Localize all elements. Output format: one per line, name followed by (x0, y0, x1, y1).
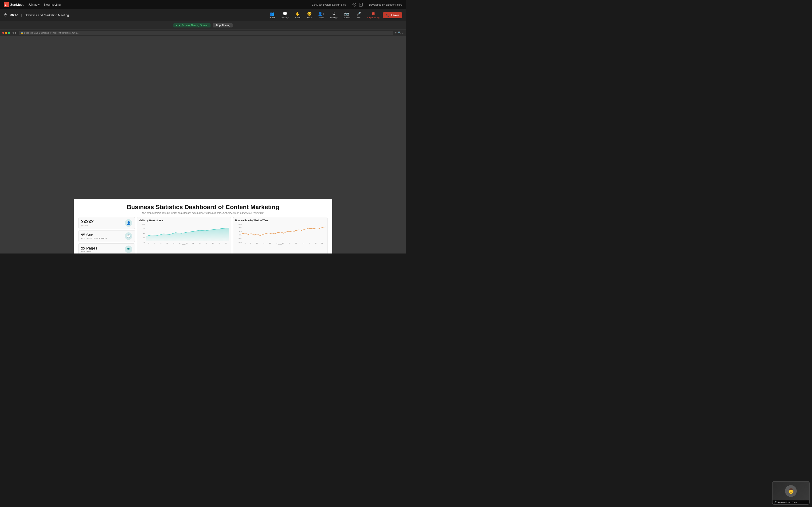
raise-button[interactable]: ✋ Raise (293, 10, 303, 20)
ssl-icon: 🔒 (21, 32, 23, 34)
blog-link[interactable]: ZenMeet System Design Blog (312, 3, 346, 6)
sharing-banner: ● ● You are Sharing Screen Stop Sharing (0, 21, 406, 30)
react-button[interactable]: 😊 React (304, 10, 315, 20)
search-icon[interactable]: ⌕ (402, 32, 404, 34)
svg-point-12 (277, 232, 278, 233)
settings-label: Settings (330, 16, 338, 19)
svg-point-11 (271, 233, 272, 233)
timer-icon: ⏱ (4, 13, 7, 17)
slide-body: XXXXX VISITS 👤 95 Sec AVG. SESSION DURAT… (79, 217, 327, 253)
visits-svg (146, 223, 229, 241)
mic-label: Mic (357, 16, 360, 19)
svg-text:gh: gh (353, 4, 355, 6)
meeting-time: 06:46 (10, 13, 18, 17)
bounce-chart: Bounce Rate by Week of Year 90%80%70%60%… (233, 217, 327, 253)
presentation-slide: Business Statistics Dashboard of Content… (74, 199, 332, 253)
maximize-button[interactable] (8, 32, 10, 34)
stop-sharing-label: Stop Sharing (367, 16, 379, 19)
people-button[interactable]: 👥 People (267, 10, 277, 20)
sharing-text: ● You are Sharing Screen (179, 24, 208, 27)
react-icon: 😊 (307, 11, 312, 16)
minimize-button[interactable] (5, 32, 7, 34)
refresh-icon[interactable]: ↻ (395, 32, 397, 34)
divider: | (21, 13, 22, 17)
stat-icon-pages: 👁 (125, 245, 132, 253)
slide-title: Business Statistics Dashboard of Content… (79, 204, 327, 211)
leave-label: Leave (391, 14, 399, 17)
svg-point-7 (248, 234, 249, 235)
sharing-dot: ● (176, 24, 177, 27)
presentation-wrapper: Business Statistics Dashboard of Content… (0, 36, 406, 253)
svg-point-9 (259, 235, 261, 236)
url-text: Business-Stats-Dashboard-PowerPoint-temp… (24, 32, 79, 34)
stat-pages: xx Pages PER VISIT 👁 (79, 243, 135, 253)
svg-point-8 (254, 234, 255, 235)
leave-button[interactable]: 📞 Leave (383, 12, 402, 18)
svg-point-16 (301, 230, 302, 231)
nav-right: ZenMeet System Design Blog | gh in | Dev… (312, 3, 402, 7)
top-navbar: Z ZenMeet Join now New meeting ZenMeet S… (0, 0, 406, 9)
svg-text:in: in (360, 4, 361, 6)
meeting-bar: ⏱ 06:46 | Statistics and Marketing Meeti… (0, 9, 406, 21)
close-button[interactable] (2, 32, 4, 34)
nav-left: Z ZenMeet Join now New meeting (4, 2, 61, 7)
svg-point-15 (295, 230, 296, 231)
message-label: Message (281, 16, 290, 19)
toolbar: 👥 People 💬 Message ✋ Raise 😊 React 👤+ In… (267, 10, 402, 20)
svg-text:Z: Z (5, 4, 7, 6)
meeting-title: Statistics and Marketing Meeting (25, 13, 69, 17)
visits-chart-title: Visits by Week of Year (139, 219, 229, 222)
stop-sharing-banner-button[interactable]: Stop Sharing (213, 23, 233, 27)
leave-icon: 📞 (386, 14, 390, 17)
charts-area: Visits by Week of Year 100k75k50k25k0k (137, 217, 327, 253)
camera-label: Camera (343, 16, 350, 19)
window-controls (2, 32, 10, 34)
stat-label-pages: PER VISIT (81, 250, 97, 252)
svg-point-14 (289, 231, 290, 232)
people-icon: 👥 (270, 11, 274, 16)
message-icon: 💬 (283, 11, 287, 16)
slide-subtitle: This graph/chart is linked to excel, and… (79, 212, 327, 214)
browser-chrome: ◀ ▶ 🔒 Business-Stats-Dashboard-PowerPoin… (0, 30, 406, 36)
app-name: ZenMeet (10, 3, 24, 7)
meeting-info: ⏱ 06:46 | Statistics and Marketing Meeti… (4, 13, 69, 17)
stat-session: 95 Sec AVG. SESSION DURATION 🕐 (79, 230, 135, 242)
linkedin-icon: in (359, 3, 363, 7)
browser-controls: ↻ 🔍 ⌕ (395, 32, 404, 34)
app-logo[interactable]: Z ZenMeet (4, 2, 24, 7)
zoom-icon[interactable]: 🔍 (398, 32, 401, 34)
camera-button[interactable]: 📷 Camera (341, 10, 352, 20)
forward-icon[interactable]: ▶ (15, 32, 17, 34)
bounce-svg (242, 223, 325, 241)
join-now-link[interactable]: Join now (29, 3, 40, 6)
mic-button[interactable]: 🎤 Mic (354, 10, 364, 20)
stat-label-visits: VISITS (81, 224, 94, 226)
svg-point-18 (313, 228, 314, 229)
mic-icon: 🎤 (356, 11, 361, 16)
invite-button[interactable]: 👤+ Invite (316, 10, 326, 20)
raise-label: Raise (295, 16, 301, 19)
invite-label: Invite (319, 16, 324, 19)
stat-icon-visits: 👤 (125, 219, 132, 227)
stop-sharing-icon: 🖥 (371, 12, 375, 16)
github-icon: gh (352, 3, 356, 7)
stop-sharing-toolbar-button[interactable]: 🖥 Stop Sharing (365, 11, 381, 20)
svg-point-20 (325, 227, 325, 227)
stat-visits: XXXXX VISITS 👤 (79, 217, 135, 229)
bounce-chart-title: Bounce Rate by Week of Year (235, 219, 325, 222)
visits-chart: Visits by Week of Year 100k75k50k25k0k (137, 217, 231, 253)
raise-icon: ✋ (295, 11, 300, 16)
settings-icon: ⚙ (332, 11, 336, 16)
people-label: People (269, 16, 275, 19)
content-area: Business Statistics Dashboard of Content… (0, 36, 406, 253)
svg-point-10 (265, 233, 267, 234)
stat-value-pages: xx Pages (81, 246, 97, 250)
logo-icon: Z (4, 2, 9, 7)
sharing-indicator: ● ● You are Sharing Screen (173, 23, 211, 27)
stat-icon-session: 🕐 (125, 232, 132, 240)
browser-url-bar[interactable]: 🔒 Business-Stats-Dashboard-PowerPoint-te… (19, 31, 393, 35)
settings-button[interactable]: ⚙ Settings (328, 10, 340, 20)
back-icon[interactable]: ◀ (12, 32, 14, 34)
message-button[interactable]: 💬 Message (279, 10, 291, 20)
new-meeting-link[interactable]: New meeting (44, 3, 61, 6)
